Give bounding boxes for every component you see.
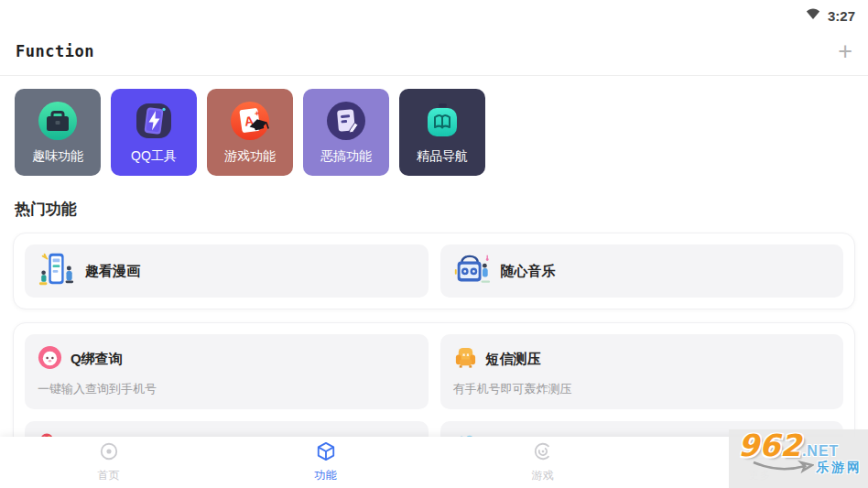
lion-icon xyxy=(38,345,62,374)
nav-item-games[interactable]: 游戏 xyxy=(434,437,651,488)
category-label: 游戏功能 xyxy=(224,148,276,165)
category-row: 趣味功能 QQ工具 A xyxy=(0,76,868,176)
category-label: QQ工具 xyxy=(131,148,177,165)
category-card-prank-functions[interactable]: 恶搞功能 xyxy=(303,89,389,176)
music-illustration-icon xyxy=(451,249,492,293)
tool-subtitle: 一键输入查询到手机号 xyxy=(38,381,416,397)
phone-bolt-icon xyxy=(133,100,175,142)
status-bar: 3:27 xyxy=(0,0,868,27)
a-plus-icon: A + xyxy=(229,100,271,142)
comic-illustration-icon xyxy=(36,249,76,293)
nav-item-function[interactable]: 功能 xyxy=(217,437,434,488)
category-card-qq-tools[interactable]: QQ工具 xyxy=(111,89,197,176)
watermark-site-name: 乐游网 xyxy=(816,460,863,476)
sofa-icon xyxy=(453,345,478,374)
category-label: 恶搞功能 xyxy=(320,148,372,165)
watermark-number: 962 xyxy=(738,430,801,462)
add-button[interactable]: + xyxy=(838,39,852,64)
wifi-icon xyxy=(805,6,821,25)
swoosh-arrow-icon xyxy=(752,459,814,477)
game-disc-icon xyxy=(533,441,553,465)
tool-title: 短信测压 xyxy=(486,351,541,368)
category-card-game-functions[interactable]: A + 游戏功能 xyxy=(207,89,293,176)
tool-item-sms-stress-test[interactable]: 短信测压 有手机号即可轰炸测压 xyxy=(440,334,844,409)
nav-label: 首页 xyxy=(98,468,120,483)
tool-item-qq-bind-query[interactable]: Q绑查询 一键输入查询到手机号 xyxy=(25,334,429,409)
nav-label: 功能 xyxy=(315,468,337,483)
hot-item-label: 随心音乐 xyxy=(501,263,556,280)
category-label: 趣味功能 xyxy=(32,148,83,165)
hot-section-title: 热门功能 xyxy=(15,199,868,220)
category-card-fun[interactable]: 趣味功能 xyxy=(15,89,101,176)
hot-item-comics[interactable]: 趣看漫画 xyxy=(25,244,429,298)
hot-item-label: 趣看漫画 xyxy=(85,263,140,280)
category-label: 精品导航 xyxy=(417,148,468,165)
cube-icon xyxy=(316,441,336,465)
nav-item-home[interactable]: 首页 xyxy=(0,437,217,488)
home-icon xyxy=(99,441,119,465)
briefcase-icon xyxy=(37,100,79,142)
app-header: Function + xyxy=(0,27,868,75)
tool-title: Q绑查询 xyxy=(71,351,123,368)
hot-item-music[interactable]: 随心音乐 xyxy=(440,244,844,298)
page-title: Function xyxy=(16,42,94,60)
nav-label: 游戏 xyxy=(532,468,554,483)
note-pen-icon xyxy=(325,100,367,142)
book-box-icon xyxy=(421,100,463,142)
watermark-domain: .NET xyxy=(802,443,839,460)
status-time: 3:27 xyxy=(828,8,855,24)
tool-subtitle: 有手机号即可轰炸测压 xyxy=(453,381,831,397)
hot-panel: 趣看漫画 随心音乐 xyxy=(13,233,855,309)
category-card-premium-nav[interactable]: 精品导航 xyxy=(399,89,485,176)
962net-watermark: 962 .NET 乐游网 xyxy=(729,429,868,488)
